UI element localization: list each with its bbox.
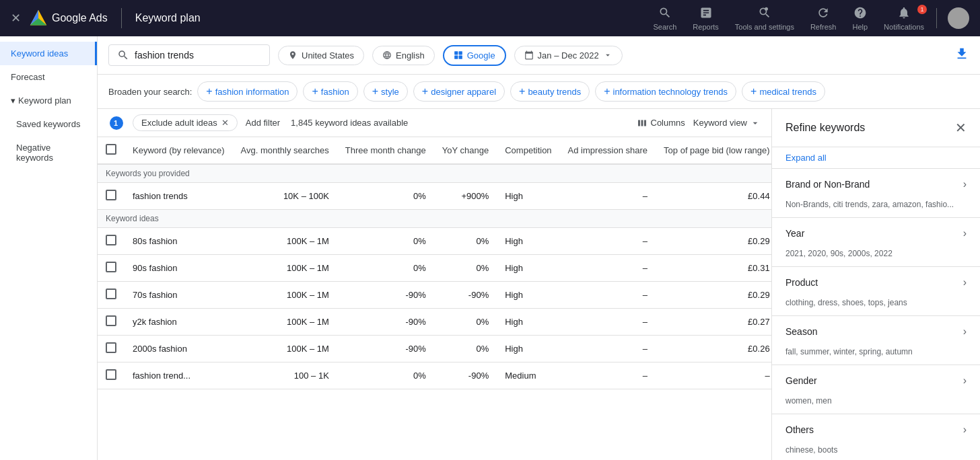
add-filter-button[interactable]: Add filter [246, 118, 280, 128]
row-checkbox[interactable] [106, 315, 116, 326]
exclude-adult-close[interactable]: ✕ [221, 118, 229, 128]
content-area: United States English Google Jan – Dec 2… [98, 36, 980, 460]
broaden-chip-label: beauty trends [528, 87, 581, 97]
search-nav-button[interactable]: Search [646, 3, 683, 34]
row-checkbox-cell[interactable] [98, 183, 125, 210]
location-label: United States [302, 50, 354, 61]
tools-nav-button[interactable]: Tools and settings [728, 3, 801, 34]
svg-rect-5 [458, 51, 462, 54]
refine-group-others-header[interactable]: Others › [772, 414, 980, 445]
nav-right-divider [936, 8, 937, 28]
plus-icon: + [422, 85, 428, 98]
row-checkbox[interactable] [106, 289, 116, 299]
yoy-cell: +900% [434, 183, 497, 210]
network-filter[interactable]: Google [443, 45, 506, 66]
network-label: Google [467, 50, 495, 61]
keyword-cell: fashion trends [125, 183, 233, 210]
section-header-provided: Keywords you provided [98, 164, 771, 183]
table-body: Keywords you provided fashion trends 10K… [98, 164, 771, 389]
refresh-nav-icon [816, 6, 830, 22]
ad-impression-cell: – [560, 183, 656, 210]
refine-group-brand-chevron-icon: › [963, 178, 967, 190]
expand-all-link[interactable]: Expand all [772, 147, 980, 169]
date-filter[interactable]: Jan – Dec 2022 [514, 46, 623, 65]
refine-group-product-subtitle: clothing, dress, shoes, tops, jeans [772, 298, 980, 315]
sidebar-item-saved-keywords[interactable]: Saved keywords [0, 112, 97, 136]
section-header-ideas-label: Keyword ideas [98, 210, 771, 228]
keywords-table: Keyword (by relevance) Avg. monthly sear… [98, 137, 771, 389]
refresh-nav-button[interactable]: Refresh [804, 3, 843, 34]
refine-panel: Refine keywords ✕ Expand all Brand or No… [771, 109, 980, 460]
top-nav: ✕ Google Ads Keyword plan Search Reports [0, 0, 980, 36]
broaden-chip-fashion-information[interactable]: + fashion information [197, 81, 298, 102]
close-button[interactable]: ✕ [11, 11, 21, 26]
broaden-chip-fashion[interactable]: + fashion [303, 81, 357, 102]
search-bar: United States English Google Jan – Dec 2… [98, 36, 980, 75]
refine-close-button[interactable]: ✕ [955, 120, 967, 136]
exclude-adult-label: Exclude adult ideas [141, 118, 217, 128]
google-ads-label: Google Ads [52, 12, 108, 24]
sidebar-keyword-plan-label: Keyword plan [18, 95, 71, 106]
broaden-chip-beauty-trends[interactable]: + beauty trends [510, 81, 590, 102]
help-nav-button[interactable]: Help [845, 3, 874, 34]
refine-group-others-subtitle: chinese, boots [772, 445, 980, 460]
row-checkbox[interactable] [106, 262, 116, 272]
keyword-count: 1,845 keyword ideas available [291, 118, 408, 128]
broaden-chip-style[interactable]: + style [363, 81, 408, 102]
broaden-chip-designer-apparel[interactable]: + designer apparel [413, 81, 505, 102]
sidebar: Keyword ideas Forecast ▾ Keyword plan Sa… [0, 36, 98, 460]
sidebar-forecast-label: Forecast [11, 72, 45, 82]
row-checkbox[interactable] [106, 342, 116, 353]
broaden-chip-it-trends[interactable]: + information technology trends [595, 81, 736, 102]
refine-group-season-header[interactable]: Season › [772, 316, 980, 347]
sidebar-item-keyword-ideas[interactable]: Keyword ideas [0, 42, 97, 65]
user-avatar[interactable] [948, 7, 969, 29]
select-all-header[interactable] [98, 137, 125, 164]
sidebar-item-forecast[interactable]: Forecast [0, 65, 97, 89]
sidebar-item-negative-keywords[interactable]: Negative keywords [0, 136, 97, 169]
language-filter[interactable]: English [372, 46, 435, 65]
refine-group-gender-header[interactable]: Gender › [772, 365, 980, 396]
reports-nav-button[interactable]: Reports [686, 3, 726, 34]
refine-group-year-header[interactable]: Year › [772, 218, 980, 249]
broaden-chip-label: fashion [321, 87, 349, 97]
table-row: 80s fashion 100K – 1M 0% 0% High – £0.29… [98, 228, 771, 255]
broaden-chip-medical-trends[interactable]: + medical trends [742, 81, 825, 102]
select-all-checkbox[interactable] [106, 144, 116, 155]
search-nav-icon [658, 6, 672, 22]
columns-button[interactable]: Columns [636, 117, 685, 129]
col-avg-monthly: Avg. monthly searches [233, 137, 337, 164]
refine-group-product-header[interactable]: Product › [772, 267, 980, 298]
search-input[interactable] [135, 50, 256, 61]
row-checkbox[interactable] [106, 235, 116, 245]
plus-icon: + [604, 85, 610, 98]
download-button[interactable] [954, 46, 969, 65]
broaden-chip-label: fashion information [215, 87, 289, 97]
sidebar-group-keyword-plan[interactable]: ▾ Keyword plan [0, 89, 97, 112]
top-low-cell: £0.44 [656, 183, 771, 210]
table-row: fashion trend... 100 – 1K 0% -90% Medium… [98, 362, 771, 389]
date-chevron-icon [603, 50, 612, 60]
keyword-cell: 80s fashion [125, 228, 233, 255]
columns-icon [636, 117, 648, 129]
location-filter[interactable]: United States [278, 46, 364, 65]
notifications-nav-button[interactable]: 1 Notifications [877, 3, 931, 34]
plus-icon: + [519, 85, 525, 98]
refine-group-season-chevron-icon: › [963, 325, 967, 338]
date-label: Jan – Dec 2022 [538, 50, 599, 61]
notifications-nav-icon [897, 6, 911, 22]
svg-point-3 [765, 7, 768, 10]
search-input-wrap[interactable] [108, 44, 270, 66]
google-network-icon [454, 50, 463, 60]
row-checkbox[interactable] [106, 190, 116, 200]
filter-icon-button[interactable]: 1 [108, 115, 125, 131]
col-keyword: Keyword (by relevance) [125, 137, 233, 164]
broaden-chip-label: designer apparel [431, 87, 496, 97]
plus-icon: + [312, 85, 318, 98]
keyword-view-button[interactable]: Keyword view [693, 118, 761, 128]
refine-group-brand-header[interactable]: Brand or Non-Brand › [772, 169, 980, 200]
table-toolbar: 1 Exclude adult ideas ✕ Add filter 1,845… [98, 109, 771, 137]
refine-group-brand: Brand or Non-Brand › Non-Brands, citi tr… [772, 169, 980, 218]
row-checkbox[interactable] [106, 369, 116, 380]
refresh-nav-label: Refresh [810, 23, 837, 31]
